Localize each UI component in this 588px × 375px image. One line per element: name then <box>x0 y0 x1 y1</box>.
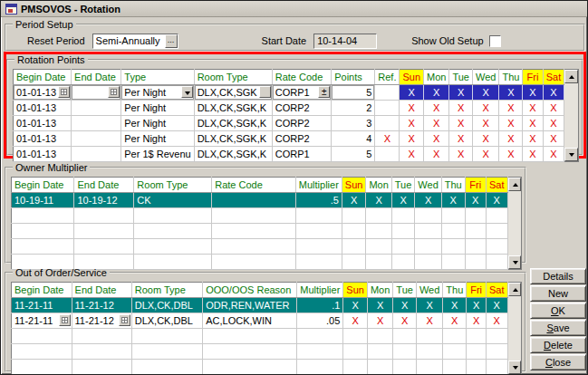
titlebar[interactable]: PMSOVOS - Rotation <box>1 1 587 17</box>
cell-end-date[interactable]: 11-21-12 <box>72 298 131 313</box>
cell-sat[interactable]: X <box>543 85 564 101</box>
cell-wed[interactable]: X <box>416 298 442 313</box>
cell-sat[interactable]: X <box>543 101 564 116</box>
cell-thu[interactable]: X <box>441 193 465 208</box>
cell-rate-code[interactable] <box>212 193 296 208</box>
cell-room-type[interactable]: CK <box>134 193 212 208</box>
cell-begin-date[interactable]: 11-21-11 <box>12 313 72 329</box>
cell-fri[interactable]: X <box>465 193 486 208</box>
cell-begin-date[interactable]: 11-21-11 <box>12 298 72 313</box>
cell-tue[interactable]: X <box>393 313 417 329</box>
cell-rate-code[interactable]: CORP1 <box>272 147 332 162</box>
cell-sun[interactable]: X <box>343 313 368 329</box>
cell-begin-date[interactable]: 01-01-13 <box>14 85 72 101</box>
cell-points[interactable]: 5 <box>332 147 375 162</box>
scrollbar-up-icon[interactable] <box>508 283 521 296</box>
cell-wed[interactable]: X <box>472 131 498 147</box>
cell-sun[interactable]: X <box>400 85 424 101</box>
cell-ref[interactable] <box>375 147 400 162</box>
cell-multiplier[interactable]: .1 <box>297 298 343 313</box>
calendar-icon[interactable] <box>59 314 71 326</box>
cell-wed[interactable]: X <box>472 101 498 116</box>
out-of-order-row[interactable]: 11-21-1111-21-12DLX,CK,DBLODR,REN,WATER.… <box>12 298 508 313</box>
cell-tue[interactable]: X <box>391 193 415 208</box>
cell-end-date[interactable] <box>72 101 121 116</box>
cell-ref[interactable] <box>375 116 400 131</box>
start-date-field[interactable]: 10-14-04 <box>313 34 377 49</box>
cell-end-date[interactable] <box>72 131 121 147</box>
rotation-points-row[interactable]: 01-01-13Per NightDLX,CK,SGKCORP15XXXXXXX <box>14 85 564 101</box>
close-button[interactable]: Close <box>530 354 586 370</box>
save-button[interactable]: Save <box>530 320 586 336</box>
cell-thu[interactable]: X <box>499 101 523 116</box>
cell-room-type[interactable]: DLX,CK,SGK,K <box>194 116 272 131</box>
cell-sat[interactable]: X <box>543 116 564 131</box>
cell-ref[interactable]: X <box>375 131 400 147</box>
scrollbar-up-icon[interactable] <box>564 70 578 83</box>
cell-type[interactable]: Per 1$ Revenu <box>121 147 194 162</box>
cell-mon[interactable]: X <box>367 298 392 313</box>
cell-thu[interactable]: X <box>499 116 523 131</box>
cell-wed[interactable]: X <box>415 193 441 208</box>
cell-fri[interactable]: X <box>523 116 543 131</box>
new-button[interactable]: New <box>530 285 586 302</box>
cell-room-type[interactable]: DLX,CK,DBL <box>131 313 202 329</box>
cell-mon[interactable]: X <box>424 85 449 101</box>
cell-wed[interactable]: X <box>472 147 498 162</box>
vertical-scrollbar[interactable] <box>508 177 522 270</box>
cell-tue[interactable]: X <box>449 101 473 116</box>
cell-fri[interactable]: X <box>523 85 543 101</box>
cell-room-type[interactable]: DLX,CK,SGK,K <box>194 147 272 162</box>
cell-rate-code[interactable]: CORP2 <box>272 116 332 131</box>
cell-ref[interactable] <box>375 85 400 101</box>
cell-room-type[interactable]: DLX,CK,SGK <box>194 85 272 101</box>
cell-sat[interactable]: X <box>486 193 507 208</box>
cell-end-date[interactable] <box>72 85 121 101</box>
cell-rate-code[interactable]: CORP2 <box>272 101 332 116</box>
cell-ref[interactable] <box>375 101 400 116</box>
cell-begin-date[interactable]: 01-01-13 <box>14 101 72 116</box>
cell-mon[interactable]: X <box>424 116 449 131</box>
calendar-icon[interactable] <box>108 86 120 98</box>
ok-button[interactable]: OK <box>530 303 586 319</box>
show-old-setup-checkbox[interactable] <box>489 35 501 47</box>
cell-end-date[interactable]: 10-19-12 <box>74 193 134 208</box>
scrollbar-up-icon[interactable] <box>508 178 521 191</box>
cell-ooo-oos-reason[interactable]: ODR,REN,WATER <box>203 298 297 313</box>
cell-sun[interactable]: X <box>342 193 366 208</box>
cell-end-date[interactable] <box>72 147 121 162</box>
dropdown-arrow-icon[interactable] <box>181 86 193 98</box>
cell-fri[interactable]: X <box>467 298 487 313</box>
cell-mon[interactable]: X <box>424 101 449 116</box>
cell-fri[interactable]: X <box>523 131 543 147</box>
cell-wed[interactable]: X <box>416 313 442 329</box>
cell-type[interactable]: Per Night <box>121 131 194 147</box>
cell-begin-date[interactable]: 01-01-13 <box>14 131 72 147</box>
cell-multiplier[interactable]: .5 <box>295 193 342 208</box>
cell-tue[interactable]: X <box>449 131 473 147</box>
rotation-points-row[interactable]: 01-01-13Per 1$ RevenuDLX,CK,SGK,KCORP15X… <box>14 147 564 162</box>
cell-tue[interactable]: X <box>449 147 473 162</box>
cell-thu[interactable]: X <box>499 85 523 101</box>
plusminus-button[interactable] <box>318 86 330 98</box>
scrollbar-track[interactable] <box>564 83 578 148</box>
cell-begin-date[interactable]: 01-01-13 <box>14 116 72 131</box>
cell-points[interactable]: 3 <box>332 116 375 131</box>
cell-points[interactable]: 4 <box>332 131 375 147</box>
cell-rate-code[interactable]: CORP1 <box>272 85 332 101</box>
scrollbar-down-icon[interactable] <box>564 148 578 161</box>
cell-thu[interactable]: X <box>499 131 523 147</box>
rotation-points-row[interactable]: 01-01-13Per NightDLX,CK,SGK,KCORP22XXXXX… <box>14 101 564 116</box>
cell-sat[interactable]: X <box>543 147 564 162</box>
cell-mon[interactable]: X <box>424 131 449 147</box>
cell-type[interactable]: Per Night <box>121 85 194 101</box>
cell-tue[interactable]: X <box>449 85 473 101</box>
cell-thu[interactable]: X <box>443 313 467 329</box>
cell-fri[interactable]: X <box>523 101 543 116</box>
cell-sun[interactable]: X <box>400 116 424 131</box>
cell-sun[interactable]: X <box>400 131 424 147</box>
cell-thu[interactable]: X <box>499 147 523 162</box>
cell-wed[interactable]: X <box>472 116 498 131</box>
cell-mon[interactable]: X <box>367 313 392 329</box>
scrollbar-down-icon[interactable] <box>508 361 521 374</box>
